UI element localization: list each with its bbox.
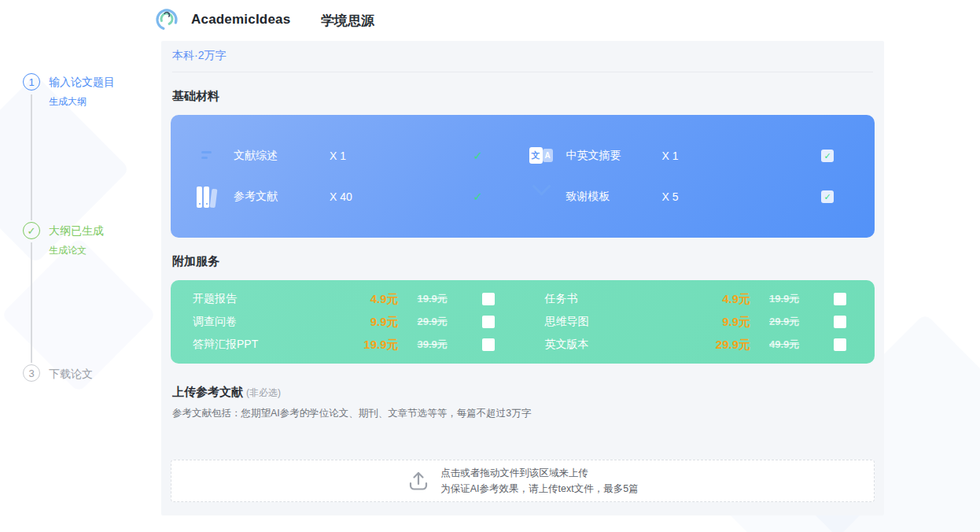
translate-icon: 文A [529, 144, 554, 168]
addon-task-book-checkbox[interactable] [834, 293, 846, 305]
brand-name-cn: 学境思源 [321, 12, 374, 30]
upload-icon [407, 469, 430, 493]
page: AcademicIdeas 学境思源 1 输入论文题目 生成大纲 ✓ 大纲已生成… [0, 0, 980, 532]
envelope-icon [529, 184, 554, 209]
step3-circle: 3 [23, 364, 40, 382]
brand-name-en: AcademicIdeas [191, 12, 290, 28]
basic-materials-card: 文献综述 X 1 ✓ 文A 中英文摘要 X 1 ✓ 参考文献 X 40 ✓ [171, 115, 875, 238]
included-check-icon: ✓ [470, 190, 487, 204]
step1-label: 输入论文题目 [49, 76, 115, 90]
divider [172, 72, 873, 72]
basic-item-count: X 5 [662, 190, 822, 203]
abstract-checkbox[interactable]: ✓ [821, 150, 838, 162]
addon-old-price: 19.9元 [769, 292, 820, 306]
step2-label: 大纲已生成 [49, 224, 104, 238]
addon-english-version-checkbox[interactable] [834, 338, 846, 351]
checkbox-check-icon[interactable]: ✓ [821, 190, 834, 203]
addon-mindmap-checkbox[interactable] [834, 316, 846, 328]
addon-item-english-version: 英文版本 29.9元 49.9元 [523, 336, 875, 353]
basic-materials-title: 基础材料 [172, 89, 873, 104]
addon-label: 任务书 [545, 292, 685, 306]
basic-item-label: 致谢模板 [566, 190, 662, 204]
file-dropzone[interactable]: 点击或者拖动文件到该区域来上传 为保证AI参考效果，请上传text文件，最多5篇 [171, 460, 875, 502]
checkbox-check-icon[interactable]: ✓ [821, 150, 834, 162]
addon-price: 19.9元 [333, 338, 399, 353]
upload-title-note: (非必选) [246, 387, 281, 398]
addon-label: 英文版本 [545, 338, 685, 352]
addon-item-task-book: 任务书 4.9元 19.9元 [523, 290, 875, 308]
step1-circle: 1 [23, 73, 40, 91]
step2-circle: ✓ [23, 222, 40, 239]
document-icon [197, 143, 222, 168]
included-check-icon: ✓ [470, 149, 487, 163]
addon-price: 4.9元 [684, 292, 750, 307]
acknowledgement-checkbox[interactable]: ✓ [821, 190, 838, 203]
addon-old-price: 19.9元 [418, 292, 468, 306]
addon-services-title: 附加服务 [172, 254, 873, 269]
addon-price: 9.9元 [333, 315, 399, 330]
addon-old-price: 49.9元 [769, 338, 820, 352]
dropzone-line1: 点击或者拖动文件到该区域来上传 [440, 465, 638, 481]
step3-label: 下载论文 [49, 368, 93, 382]
steps-sidebar: 1 输入论文题目 生成大纲 ✓ 大纲已生成 生成论文 3 下载论文 [0, 41, 161, 532]
dropzone-text: 点击或者拖动文件到该区域来上传 为保证AI参考效果，请上传text文件，最多5篇 [440, 465, 638, 497]
addon-item-mindmap: 思维导图 9.9元 29.9元 [523, 313, 875, 331]
upload-section-title: 上传参考文献(非必选) [172, 385, 873, 400]
books-icon [197, 184, 222, 209]
step-connector-line [31, 242, 32, 363]
addon-label: 答辩汇报PPT [193, 338, 333, 352]
app-header: AcademicIdeas 学境思源 [0, 0, 980, 41]
step1-sublabel: 生成大纲 [49, 95, 87, 109]
addon-label: 调查问卷 [193, 315, 333, 329]
addon-price: 9.9元 [684, 315, 750, 330]
addon-old-price: 29.9元 [769, 315, 820, 329]
dropzone-line2: 为保证AI参考效果，请上传text文件，最多5篇 [440, 481, 638, 497]
addon-item-survey: 调查问卷 9.9元 29.9元 [171, 313, 523, 331]
upload-description: 参考文献包括：您期望AI参考的学位论文、期刊、文章节选等等，每篇不超过3万字 [172, 407, 873, 420]
basic-item-count: X 1 [330, 150, 470, 162]
step2-sublabel: 生成论文 [49, 244, 87, 257]
addon-item-defense-ppt: 答辩汇报PPT 19.9元 39.9元 [171, 336, 523, 353]
basic-item-literature-review: 文献综述 X 1 ✓ [171, 143, 523, 168]
addon-old-price: 29.9元 [418, 315, 468, 329]
upload-title-text: 上传参考文献 [172, 385, 243, 398]
main-panel: 本科·2万字 基础材料 文献综述 X 1 ✓ 文A 中英文摘要 X 1 ✓ [161, 41, 884, 515]
step-connector-line [31, 94, 32, 220]
addon-proposal-checkbox[interactable] [482, 293, 495, 305]
basic-item-label: 参考文献 [234, 190, 330, 204]
addon-old-price: 39.9元 [418, 338, 468, 352]
basic-item-label: 文献综述 [234, 149, 330, 163]
basic-item-label: 中英文摘要 [566, 149, 662, 163]
step2-check-icon: ✓ [28, 225, 36, 237]
brand-logo-icon [155, 8, 179, 31]
addon-item-proposal: 开题报告 4.9元 19.9元 [171, 290, 523, 308]
paper-spec-label: 本科·2万字 [172, 49, 873, 63]
addon-services-card: 开题报告 4.9元 19.9元 任务书 4.9元 19.9元 调查问卷 9.9元… [171, 280, 875, 364]
addon-price: 4.9元 [333, 292, 399, 307]
addon-label: 开题报告 [193, 292, 333, 306]
step3-number: 3 [28, 368, 34, 379]
basic-item-acknowledgement: 致谢模板 X 5 ✓ [523, 184, 875, 209]
basic-item-count: X 1 [662, 150, 822, 162]
addon-defense-ppt-checkbox[interactable] [482, 338, 495, 351]
step1-number: 1 [28, 76, 34, 88]
basic-item-references: 参考文献 X 40 ✓ [171, 184, 523, 209]
basic-item-count: X 40 [330, 190, 470, 203]
addon-survey-checkbox[interactable] [482, 316, 495, 328]
basic-item-abstract: 文A 中英文摘要 X 1 ✓ [523, 143, 875, 168]
addon-price: 29.9元 [684, 338, 750, 353]
addon-label: 思维导图 [545, 315, 685, 329]
